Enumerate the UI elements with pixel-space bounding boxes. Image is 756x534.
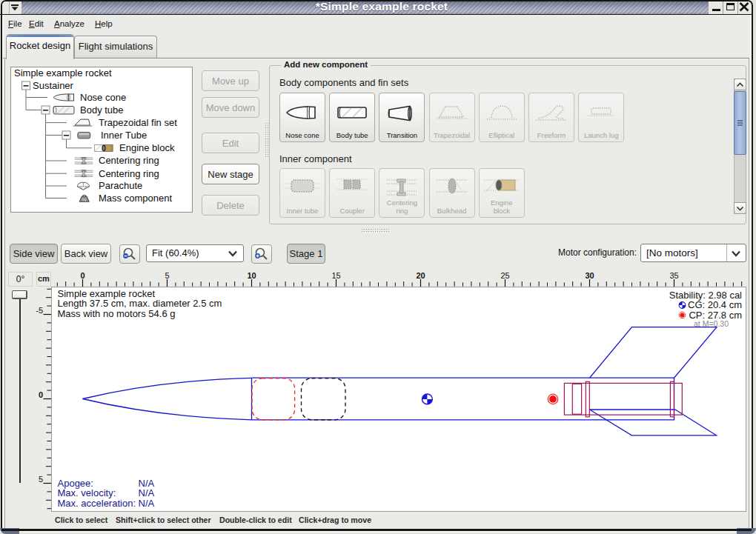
- svg-text:Inner Tube: Inner Tube: [101, 130, 147, 141]
- svg-text:25: 25: [500, 271, 509, 280]
- svg-text:Trapezoidal fin set: Trapezoidal fin set: [99, 117, 177, 128]
- svg-text:Mass component: Mass component: [99, 193, 172, 204]
- svg-text:Centering ring: Centering ring: [99, 168, 159, 179]
- svg-text:at M=0.30: at M=0.30: [694, 319, 729, 328]
- svg-text:35: 35: [669, 271, 678, 280]
- svg-text:Centering ring: Centering ring: [99, 155, 159, 166]
- svg-text:kg: kg: [82, 197, 87, 201]
- svg-text:Body tube: Body tube: [80, 104, 124, 116]
- svg-text:5: 5: [165, 271, 169, 280]
- svg-text:Parachute: Parachute: [99, 180, 142, 191]
- svg-text:Sustainer: Sustainer: [33, 80, 74, 91]
- svg-text:0: 0: [80, 271, 84, 280]
- svg-text:15: 15: [331, 271, 340, 280]
- svg-text:Mass with no motors 54.6 g: Mass with no motors 54.6 g: [58, 308, 176, 319]
- svg-text:Nose cone: Nose cone: [80, 92, 126, 103]
- svg-text:-5: -5: [36, 306, 43, 315]
- svg-text:20: 20: [416, 271, 425, 280]
- svg-text:Simple example rocket: Simple example rocket: [14, 67, 112, 79]
- svg-text:10: 10: [247, 271, 256, 280]
- svg-text:N/A: N/A: [139, 498, 155, 509]
- svg-text:Max. acceleration:: Max. acceleration:: [58, 498, 136, 509]
- svg-text:30: 30: [585, 271, 594, 280]
- svg-text:0: 0: [39, 390, 43, 399]
- svg-text:Engine block: Engine block: [119, 142, 175, 153]
- svg-text:5: 5: [39, 475, 43, 484]
